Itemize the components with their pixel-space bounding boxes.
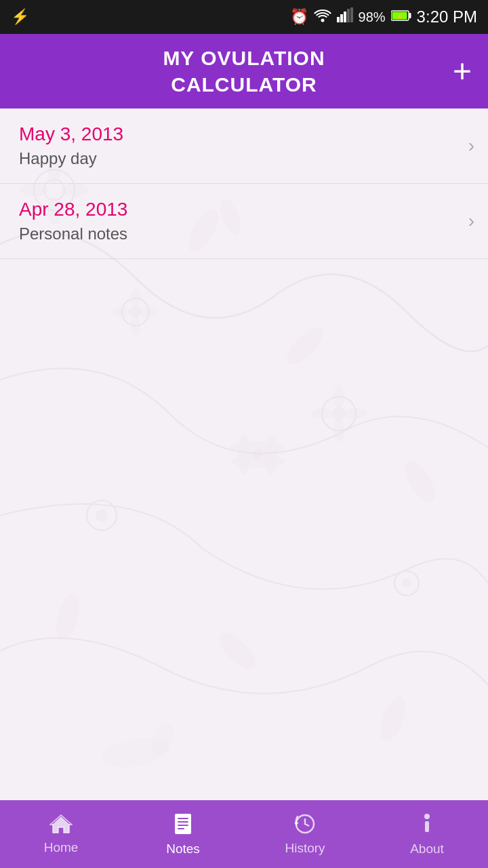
- svg-rect-1: [337, 17, 340, 22]
- nav-label-history: History: [285, 841, 325, 856]
- note-text-1: Happy day: [19, 149, 447, 168]
- svg-point-31: [402, 578, 411, 588]
- note-item-1[interactable]: May 3, 2013 Happy day ›: [0, 108, 488, 184]
- status-right: ⏰ 98% ⚡: [290, 7, 477, 26]
- nav-label-about: About: [410, 842, 444, 856]
- svg-rect-52: [178, 828, 184, 829]
- svg-rect-51: [178, 825, 188, 826]
- svg-point-21: [140, 307, 159, 317]
- note-item-2[interactable]: Apr 28, 2013 Personal notes ›: [0, 184, 488, 259]
- svg-point-24: [333, 386, 344, 408]
- nav-item-about[interactable]: About: [366, 800, 488, 868]
- note-text-2: Personal notes: [19, 224, 447, 243]
- home-icon: [49, 814, 73, 837]
- svg-point-32: [230, 441, 285, 454]
- svg-point-42: [214, 627, 262, 675]
- svg-point-40: [400, 456, 441, 507]
- svg-point-0: [321, 19, 324, 22]
- history-icon: [294, 813, 316, 838]
- notes-icon: [174, 812, 192, 839]
- svg-point-18: [131, 289, 140, 308]
- alarm-icon: ⏰: [290, 8, 308, 26]
- svg-point-16: [122, 298, 149, 326]
- app-title: MY OVULATION CALCULATOR: [163, 45, 325, 98]
- battery-icon: ⚡: [391, 8, 411, 26]
- svg-rect-5: [350, 7, 353, 22]
- svg-marker-47: [52, 816, 70, 833]
- nav-label-notes: Notes: [166, 842, 200, 856]
- svg-point-20: [113, 307, 131, 317]
- svg-point-33: [230, 454, 285, 468]
- wifi-icon: [314, 7, 331, 26]
- status-bar: ⚡ ⏰ 98% ⚡: [0, 0, 488, 34]
- svg-rect-3: [344, 12, 346, 22]
- svg-point-22: [322, 397, 356, 431]
- svg-point-28: [87, 500, 117, 530]
- svg-point-43: [375, 693, 411, 745]
- svg-point-34: [237, 434, 251, 475]
- nav-item-notes[interactable]: Notes: [122, 800, 244, 868]
- svg-point-23: [332, 407, 346, 420]
- nav-item-history[interactable]: History: [244, 800, 366, 868]
- svg-point-17: [130, 307, 141, 317]
- svg-rect-55: [425, 821, 429, 832]
- svg-rect-49: [178, 818, 188, 819]
- svg-rect-48: [175, 814, 191, 834]
- svg-point-39: [281, 322, 329, 370]
- svg-point-35: [264, 434, 278, 475]
- svg-point-30: [394, 571, 419, 595]
- app-header: MY OVULATION CALCULATOR +: [0, 34, 488, 108]
- svg-rect-2: [340, 14, 343, 22]
- svg-point-41: [52, 591, 83, 642]
- svg-point-27: [345, 408, 367, 419]
- svg-point-25: [333, 420, 344, 441]
- svg-text:⚡: ⚡: [396, 13, 403, 20]
- svg-point-44: [100, 734, 171, 772]
- add-note-button[interactable]: +: [453, 55, 472, 87]
- svg-rect-50: [178, 821, 188, 823]
- note-date-1: May 3, 2013: [19, 123, 447, 145]
- chevron-right-icon-2: ›: [468, 210, 474, 232]
- bottom-navigation: Home Notes History: [0, 800, 488, 868]
- svg-point-29: [96, 509, 108, 521]
- main-content: May 3, 2013 Happy day › Apr 28, 2013 Per…: [0, 108, 488, 800]
- about-icon: [418, 812, 436, 839]
- signal-icon: [337, 7, 353, 26]
- notes-list: May 3, 2013 Happy day › Apr 28, 2013 Per…: [0, 108, 488, 259]
- svg-rect-7: [409, 13, 411, 18]
- svg-point-45: [147, 719, 178, 758]
- chevron-right-icon-1: ›: [468, 135, 474, 157]
- svg-rect-4: [347, 9, 350, 22]
- time-display: 3:20 PM: [417, 7, 477, 26]
- svg-point-36: [252, 449, 263, 460]
- svg-point-26: [311, 408, 333, 419]
- battery-percentage: 98%: [359, 9, 386, 25]
- nav-label-home: Home: [44, 840, 79, 855]
- status-left: ⚡: [11, 8, 29, 26]
- svg-point-19: [131, 316, 140, 335]
- nav-item-home[interactable]: Home: [0, 800, 122, 868]
- usb-icon: ⚡: [11, 8, 29, 26]
- note-date-2: Apr 28, 2013: [19, 199, 447, 220]
- svg-point-54: [424, 814, 430, 819]
